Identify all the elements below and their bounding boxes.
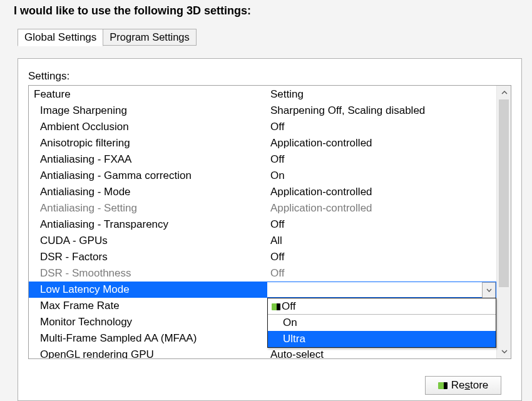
settings-row[interactable]: Image SharpeningSharpening Off, Scaling … [29,103,496,119]
dropdown-option[interactable]: Off [268,298,496,315]
settings-row[interactable]: Low Latency ModeUltra [29,282,496,298]
settings-row[interactable]: CUDA - GPUsAll [29,233,496,249]
feature-cell: Image Sharpening [29,103,267,119]
feature-cell: Antialiasing - Gamma correction [29,168,267,184]
setting-dropdown[interactable]: Ultra [267,282,496,298]
settings-row[interactable]: OpenGL rendering GPUAuto-select [29,347,496,359]
feature-cell: Antialiasing - Mode [29,184,267,200]
setting-cell: Off [267,249,496,265]
setting-cell: Auto-select [267,347,496,359]
scrollbar[interactable] [496,86,511,358]
scroll-up-arrow[interactable] [497,86,511,99]
settings-row[interactable]: DSR - SmoothnessOff [29,265,496,282]
settings-row[interactable]: Antialiasing - ModeApplication-controlle… [29,184,496,200]
table-header: FeatureSetting [29,86,496,103]
settings-row[interactable]: Antialiasing - SettingApplication-contro… [29,200,496,216]
feature-cell: Antialiasing - FXAA [29,151,267,168]
dropdown-option[interactable]: Ultra [268,331,496,347]
page-heading: I would like to use the following 3D set… [0,0,532,28]
settings-label: Settings: [28,70,511,83]
settings-row[interactable]: Anisotropic filteringApplication-control… [29,135,496,151]
dropdown-option[interactable]: On [268,315,496,331]
feature-cell: Monitor Technology [29,314,267,330]
feature-cell: Antialiasing - Transparency [29,216,267,233]
feature-cell: Antialiasing - Setting [29,200,267,216]
column-header-setting: Setting [267,86,496,103]
settings-listbox: FeatureSettingImage SharpeningSharpening… [28,85,511,359]
feature-cell: DSR - Smoothness [29,265,267,282]
setting-cell: Application-controlled [267,200,496,216]
settings-row[interactable]: Antialiasing - Gamma correctionOn [29,168,496,184]
setting-cell: Off [267,265,496,282]
setting-cell: On [267,168,496,184]
settings-row[interactable]: Ambient OcclusionOff [29,119,496,135]
feature-cell: Anisotropic filtering [29,135,267,151]
setting-cell: Off [267,216,496,233]
tab-global-settings[interactable]: Global Settings [18,29,103,46]
restore-button[interactable]: Restore [425,376,501,395]
feature-cell: CUDA - GPUs [29,233,267,249]
setting-cell: Off [267,151,496,168]
tabs: Global SettingsProgram Settings [18,28,532,46]
nvidia-icon [438,382,448,389]
setting-cell: All [267,233,496,249]
feature-cell: Ambient Occlusion [29,119,267,135]
setting-cell: Sharpening Off, Scaling disabled [267,103,496,119]
restore-button-label: Restore [451,379,489,392]
feature-cell: Multi-Frame Sampled AA (MFAA) [29,330,267,347]
feature-cell: OpenGL rendering GPU [29,347,267,359]
chevron-down-icon[interactable] [482,282,496,298]
settings-panel: Settings: FeatureSettingImage Sharpening… [18,58,522,401]
nvidia-icon [272,303,280,310]
scroll-thumb[interactable] [499,99,509,287]
low-latency-dropdown-popup: OffOnUltra [267,298,496,348]
scroll-down-arrow[interactable] [497,345,511,358]
column-header-feature: Feature [29,86,267,103]
settings-row[interactable]: DSR - FactorsOff [29,249,496,265]
settings-row[interactable]: Antialiasing - FXAAOff [29,151,496,168]
setting-value: Ultra [267,282,496,297]
feature-cell: Low Latency Mode [29,282,267,298]
settings-row[interactable]: Antialiasing - TransparencyOff [29,216,496,233]
setting-cell: Application-controlled [267,135,496,151]
feature-cell: DSR - Factors [29,249,267,265]
setting-cell: Application-controlled [267,184,496,200]
feature-cell: Max Frame Rate [29,298,267,314]
tab-program-settings[interactable]: Program Settings [103,29,196,46]
setting-cell: Off [267,119,496,135]
